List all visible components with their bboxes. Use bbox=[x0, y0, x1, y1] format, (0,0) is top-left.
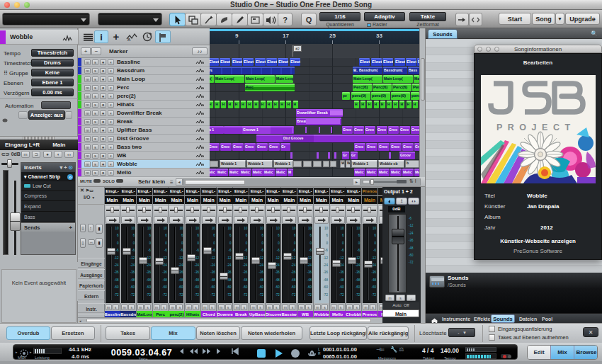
svg-text:PROJECT: PROJECT bbox=[496, 123, 576, 132]
svg-text:A: A bbox=[127, 38, 131, 42]
